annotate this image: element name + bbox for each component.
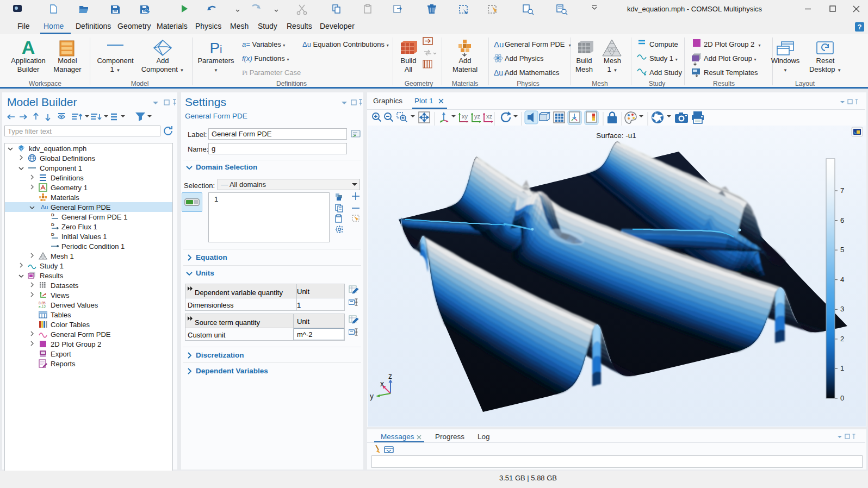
svg-text:2: 2 <box>840 335 844 343</box>
svg-text:7: 7 <box>840 186 844 195</box>
svg-text:xz: xz <box>486 113 492 120</box>
svg-text:y: y <box>370 392 374 401</box>
svg-text:yz: yz <box>474 113 480 120</box>
svg-text:6: 6 <box>840 216 844 224</box>
svg-text:0: 0 <box>840 394 844 402</box>
svg-text:xy: xy <box>462 113 468 120</box>
svg-text:1: 1 <box>840 364 844 372</box>
svg-text:4: 4 <box>840 276 844 284</box>
svg-text:x: x <box>380 379 384 388</box>
svg-text:Δu: Δu <box>494 40 504 49</box>
svg-text:Surface: -u1: Surface: -u1 <box>596 132 636 140</box>
svg-text:A: A <box>22 37 35 58</box>
svg-text:Pi: Pi <box>209 40 222 57</box>
svg-text:5: 5 <box>840 246 844 254</box>
svg-text:z: z <box>388 372 392 380</box>
svg-text:3: 3 <box>840 305 844 313</box>
